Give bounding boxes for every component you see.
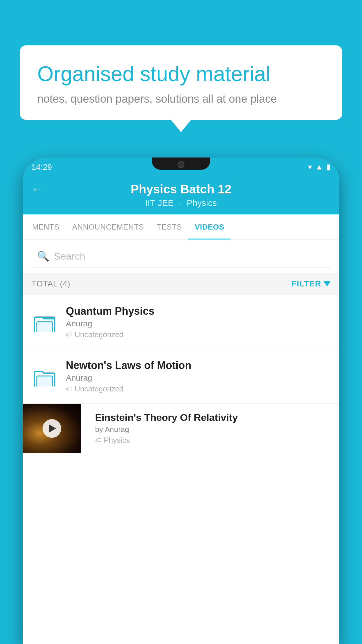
search-bar[interactable]: 🔍 Search	[30, 245, 332, 267]
phone-screen: 14:29 ▾ ▲ ▮ ← Physics Batch 12 IIT JEE ·…	[23, 158, 339, 644]
filter-icon	[324, 281, 331, 286]
app-header: ← Physics Batch 12 IIT JEE · Physics	[23, 176, 339, 214]
header-tags: IIT JEE · Physics	[145, 198, 217, 208]
folder-svg-icon	[34, 367, 55, 386]
svg-rect-1	[37, 322, 52, 332]
battery-icon: ▮	[326, 162, 331, 172]
filter-button[interactable]: FILTER	[291, 279, 331, 288]
header-tag-iitjee: IIT JEE	[145, 198, 174, 208]
item-tag-label: Physics	[104, 436, 130, 445]
item-tag: 🏷 Uncategorized	[66, 330, 331, 339]
video-thumbnail	[23, 404, 81, 453]
video-list: Quantum Physics Anurag 🏷 Uncategorized	[23, 295, 339, 644]
item-tag: 🏷 Physics	[95, 436, 333, 445]
item-tag: 🏷 Uncategorized	[66, 384, 331, 393]
total-count: TOTAL (4)	[31, 279, 70, 288]
item-tag-label: Uncategorized	[75, 384, 124, 393]
item-info: Newton's Laws of Motion Anurag 🏷 Uncateg…	[66, 359, 331, 393]
phone-notch	[152, 158, 210, 170]
folder-svg-icon	[34, 312, 55, 332]
tag-icon: 🏷	[95, 437, 101, 444]
tab-tests[interactable]: TESTS	[150, 214, 188, 239]
item-author: Anurag	[66, 319, 331, 328]
item-info: Einstein's Theory Of Relativity by Anura…	[89, 404, 339, 453]
screen-content: 14:29 ▾ ▲ ▮ ← Physics Batch 12 IIT JEE ·…	[23, 158, 339, 644]
phone-frame: 14:29 ▾ ▲ ▮ ← Physics Batch 12 IIT JEE ·…	[23, 158, 339, 644]
folder-icon	[31, 363, 58, 390]
item-title: Newton's Laws of Motion	[66, 359, 331, 372]
play-icon	[49, 424, 56, 433]
status-icons: ▾ ▲ ▮	[308, 162, 331, 172]
header-title: Physics Batch 12	[131, 182, 231, 196]
speech-bubble: Organised study material notes, question…	[20, 45, 342, 120]
background: Organised study material notes, question…	[0, 0, 362, 644]
tab-announcements[interactable]: ANNOUNCEMENTS	[66, 214, 150, 239]
search-icon: 🔍	[37, 250, 49, 262]
list-item[interactable]: Quantum Physics Anurag 🏷 Uncategorized	[23, 295, 339, 349]
signal-icon: ▲	[315, 162, 323, 172]
tabs-bar: MENTS ANNOUNCEMENTS TESTS VIDEOS	[23, 214, 339, 239]
item-info: Quantum Physics Anurag 🏷 Uncategorized	[66, 305, 331, 339]
item-tag-label: Uncategorized	[75, 330, 124, 339]
item-title: Quantum Physics	[66, 305, 331, 317]
header-tag-physics: Physics	[187, 198, 217, 208]
header-tag-separator: ·	[179, 198, 181, 208]
item-title: Einstein's Theory Of Relativity	[95, 412, 333, 423]
wifi-icon: ▾	[308, 162, 312, 172]
filter-label: FILTER	[291, 279, 321, 288]
search-container: 🔍 Search	[23, 239, 339, 273]
filter-bar: TOTAL (4) FILTER	[23, 273, 339, 295]
search-input[interactable]: Search	[54, 251, 85, 262]
list-item[interactable]: Newton's Laws of Motion Anurag 🏷 Uncateg…	[23, 349, 339, 404]
play-button[interactable]	[43, 419, 61, 438]
status-time: 14:29	[31, 162, 52, 172]
tag-icon: 🏷	[66, 331, 72, 339]
bubble-title: Organised study material	[37, 61, 325, 86]
tab-ments[interactable]: MENTS	[26, 214, 66, 239]
bubble-subtitle: notes, question papers, solutions all at…	[37, 93, 325, 105]
list-item[interactable]: Einstein's Theory Of Relativity by Anura…	[23, 404, 339, 453]
tag-icon: 🏷	[66, 385, 72, 393]
item-author: Anurag	[66, 373, 331, 383]
tab-videos[interactable]: VIDEOS	[188, 214, 231, 239]
speech-bubble-section: Organised study material notes, question…	[20, 45, 342, 120]
svg-rect-2	[37, 376, 52, 386]
folder-icon	[31, 309, 58, 335]
item-author: by Anurag	[95, 425, 333, 434]
camera-icon	[178, 161, 184, 168]
back-button[interactable]: ←	[31, 183, 43, 196]
